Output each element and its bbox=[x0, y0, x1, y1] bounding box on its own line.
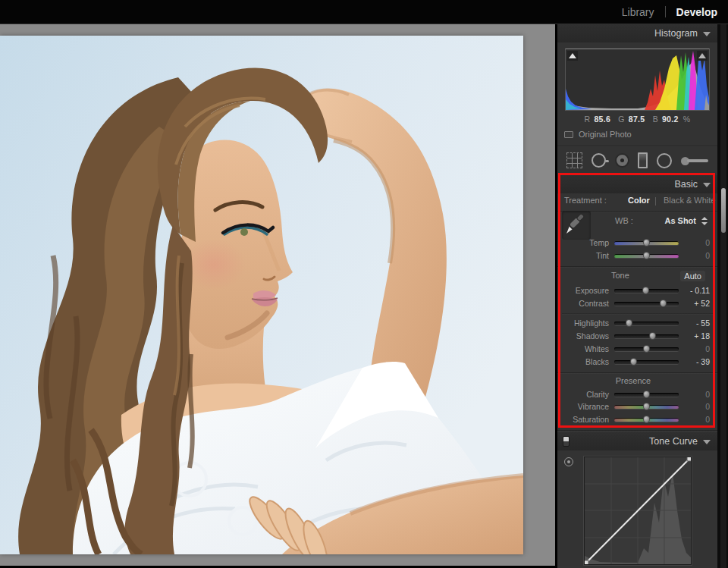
rgb-readout: R85.6 G87.5 B90.2 % bbox=[557, 115, 717, 124]
clarity-value: 0 bbox=[676, 390, 710, 399]
highlight-clipping-indicator[interactable] bbox=[697, 51, 708, 61]
basic-panel-header[interactable]: Basic bbox=[557, 175, 717, 193]
spot-removal-icon[interactable] bbox=[592, 153, 606, 168]
tint-value: 0 bbox=[676, 251, 710, 260]
auto-tone-button[interactable]: Auto bbox=[680, 271, 705, 281]
divider bbox=[557, 266, 717, 268]
collapse-triangle-icon bbox=[703, 32, 711, 36]
slider-blacks: Blacks - 39 bbox=[557, 356, 717, 369]
module-library[interactable]: Library bbox=[622, 6, 654, 18]
red-eye-correction-icon[interactable] bbox=[615, 153, 629, 168]
sub-divider bbox=[562, 313, 713, 315]
slider-shadows: Shadows + 18 bbox=[557, 330, 717, 343]
whites-label: Whites bbox=[557, 344, 609, 353]
vibrance-thumb[interactable] bbox=[643, 403, 650, 410]
tone-curve-plot bbox=[585, 457, 691, 564]
adjustment-brush-icon[interactable] bbox=[681, 156, 708, 165]
module-develop[interactable]: Develop bbox=[676, 6, 717, 18]
original-photo-label: Original Photo bbox=[579, 130, 632, 139]
collapse-triangle-icon bbox=[703, 183, 711, 187]
exposure-track[interactable] bbox=[614, 289, 679, 293]
collapse-triangle-icon bbox=[703, 440, 711, 444]
histogram-display[interactable] bbox=[565, 49, 710, 111]
slider-highlights: Highlights - 55 bbox=[557, 317, 717, 330]
tint-thumb[interactable] bbox=[643, 252, 650, 259]
whites-thumb[interactable] bbox=[643, 345, 650, 353]
histogram-header[interactable]: Histogram bbox=[557, 24, 717, 42]
shadow-clipping-indicator[interactable] bbox=[567, 51, 578, 61]
photo-work-area bbox=[0, 24, 555, 566]
treatment-bw-option[interactable]: Black & White bbox=[664, 196, 715, 205]
temp-thumb[interactable] bbox=[643, 239, 650, 246]
exposure-label: Exposure bbox=[557, 286, 609, 295]
histogram-title: Histogram bbox=[654, 28, 698, 39]
crop-overlay-icon[interactable] bbox=[566, 152, 582, 168]
scrollbar-thumb[interactable] bbox=[721, 188, 726, 233]
histogram-graph bbox=[566, 49, 709, 110]
tone-curve-panel bbox=[557, 450, 717, 568]
blacks-value: - 39 bbox=[676, 357, 710, 366]
highlights-label: Highlights bbox=[557, 319, 609, 328]
original-photo-toggle[interactable]: Original Photo bbox=[564, 130, 632, 139]
highlights-track[interactable] bbox=[614, 322, 679, 325]
shadow-clipping-triangle-icon bbox=[569, 53, 576, 58]
clarity-track[interactable] bbox=[614, 393, 679, 397]
slider-clarity: Clarity 0 bbox=[557, 388, 717, 401]
contrast-thumb[interactable] bbox=[660, 300, 667, 307]
treatment-label: Treatment : bbox=[564, 196, 607, 205]
vibrance-track[interactable] bbox=[614, 405, 679, 409]
temp-track[interactable] bbox=[614, 241, 679, 245]
exposure-thumb[interactable] bbox=[642, 287, 649, 294]
slider-whites: Whites 0 bbox=[557, 343, 717, 356]
whites-track[interactable] bbox=[614, 347, 679, 351]
treatment-separator bbox=[655, 197, 656, 206]
clarity-label: Clarity bbox=[557, 390, 609, 399]
tone-curve-header[interactable]: Tone Curve bbox=[557, 432, 717, 450]
temp-value: 0 bbox=[676, 238, 710, 247]
blacks-label: Blacks bbox=[557, 357, 609, 366]
saturation-value: 0 bbox=[676, 415, 710, 424]
tool-strip bbox=[557, 148, 717, 173]
saturation-thumb[interactable] bbox=[643, 416, 650, 423]
treatment-color-option[interactable]: Color bbox=[628, 196, 650, 205]
saturation-label: Saturation bbox=[557, 415, 609, 424]
whites-value: 0 bbox=[676, 344, 710, 353]
slider-vibrance: Vibrance 0 bbox=[557, 400, 717, 413]
basic-title: Basic bbox=[674, 179, 698, 190]
presence-group-header: Presence bbox=[599, 376, 667, 385]
contrast-track[interactable] bbox=[614, 302, 679, 306]
targeted-adjustment-icon[interactable] bbox=[564, 457, 573, 466]
highlights-thumb[interactable] bbox=[626, 319, 632, 327]
slider-saturation: Saturation 0 bbox=[557, 413, 717, 426]
tone-curve-graph[interactable] bbox=[584, 457, 692, 565]
slider-exposure: Exposure - 0.11 bbox=[557, 284, 717, 297]
clarity-thumb[interactable] bbox=[643, 391, 650, 398]
blacks-track[interactable] bbox=[614, 360, 679, 364]
module-picker-bar: Library Develop bbox=[0, 0, 728, 24]
shadows-thumb[interactable] bbox=[649, 332, 656, 340]
graduated-filter-icon[interactable] bbox=[638, 152, 648, 168]
tone-group-header: Tone bbox=[611, 271, 629, 280]
eyedropper-icon bbox=[562, 211, 589, 238]
tint-track[interactable] bbox=[614, 254, 679, 258]
highlight-clipping-triangle-icon bbox=[698, 53, 706, 58]
wb-eyedropper-tool[interactable] bbox=[562, 211, 591, 240]
shadows-track[interactable] bbox=[614, 334, 679, 338]
vibrance-label: Vibrance bbox=[557, 402, 609, 411]
radial-filter-icon[interactable] bbox=[657, 153, 672, 168]
divider bbox=[557, 430, 717, 431]
blacks-thumb[interactable] bbox=[630, 358, 637, 366]
tint-label: Tint bbox=[557, 251, 609, 260]
temp-label: Temp bbox=[557, 238, 609, 247]
panel-onoff-switch[interactable] bbox=[563, 436, 570, 447]
wb-dropdown-value[interactable]: As Shot bbox=[664, 216, 696, 225]
vibrance-value: 0 bbox=[676, 402, 710, 411]
highlights-value: - 55 bbox=[676, 319, 710, 328]
contrast-label: Contrast bbox=[557, 299, 609, 308]
scrollbar-track[interactable] bbox=[720, 24, 726, 568]
wb-dropdown-arrows-icon[interactable] bbox=[701, 217, 708, 225]
photo-canvas[interactable] bbox=[0, 36, 523, 554]
saturation-track[interactable] bbox=[614, 418, 679, 422]
original-photo-checkbox-icon bbox=[564, 131, 573, 138]
shadows-label: Shadows bbox=[557, 331, 609, 340]
